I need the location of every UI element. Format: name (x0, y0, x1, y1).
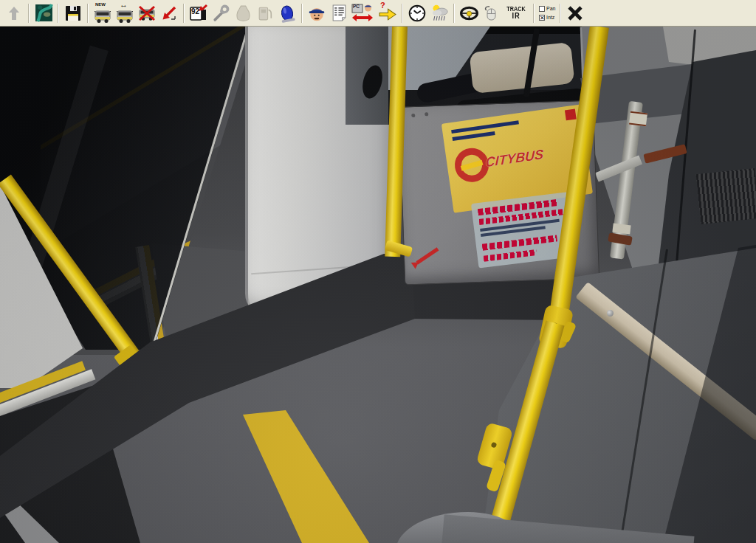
checkbox-2[interactable]: ✕ (539, 15, 545, 21)
separator (402, 4, 403, 23)
steering-wheel-icon (459, 4, 479, 22)
weather-icon (430, 3, 450, 23)
grip-tape-step (696, 168, 756, 224)
assign-line-button[interactable]: 92 (188, 3, 209, 24)
up-arrow-icon (5, 4, 23, 22)
beacon-button[interactable] (277, 3, 298, 24)
label-red-text-row (484, 249, 537, 262)
jump-anywhere-button[interactable]: ? (376, 3, 398, 24)
mouse-icon (482, 4, 500, 23)
main-toolbar: NEW ↔ 92 (0, 0, 756, 27)
red-arrow-mark (416, 247, 439, 264)
map-button[interactable] (33, 3, 54, 24)
save-situation-button[interactable] (63, 3, 83, 24)
separator (533, 4, 535, 23)
wrench-icon (212, 4, 230, 22)
new-vehicle-button[interactable]: NEW (92, 3, 113, 24)
label-red-text-row (482, 235, 557, 250)
sticker-red-square (565, 109, 577, 121)
ai-control-button[interactable]: PC (351, 3, 374, 24)
door-bar-screw (607, 310, 614, 317)
sticker-text-line (451, 120, 519, 134)
fuel-pump-icon (256, 4, 275, 22)
separator (453, 4, 455, 23)
bus-icon (93, 7, 112, 24)
app-window: NEW ↔ 92 (0, 0, 756, 543)
pc-label: PC (353, 4, 360, 9)
change-vehicle-button[interactable]: ↔ (114, 3, 135, 24)
clamp-hole (491, 442, 498, 449)
line-number-label: 92 (191, 7, 199, 15)
clock-icon (408, 4, 427, 23)
trackir-options: Pan ✕ Intz (539, 5, 555, 21)
panel-screw (425, 112, 428, 116)
money-button[interactable] (233, 3, 253, 24)
game-viewport[interactable]: CITYBUS (0, 27, 756, 543)
money-bag-icon (234, 4, 252, 22)
driver-face-icon (307, 4, 326, 23)
checkbox-1[interactable] (539, 6, 545, 12)
red-jump-arrow-icon (160, 4, 178, 22)
separator (560, 4, 561, 23)
cab-tray (469, 42, 574, 94)
steering-settings-button[interactable] (458, 3, 479, 24)
checkbox-row-1[interactable]: Pan (539, 5, 555, 13)
map-icon (35, 4, 53, 22)
repair-button[interactable] (210, 3, 231, 24)
panel-screw (411, 114, 415, 117)
set-weather-button[interactable] (429, 3, 450, 24)
track-ir-button[interactable]: TRACK IR (505, 3, 528, 24)
driver-view-button[interactable] (306, 3, 327, 24)
bus-delete-icon (137, 4, 157, 22)
jump-to-vehicle-button[interactable] (159, 3, 179, 24)
schedule-list-icon (330, 4, 348, 22)
close-x-icon (566, 4, 584, 22)
timetable-button[interactable] (329, 3, 349, 24)
checkbox-2-label: Intz (546, 15, 554, 20)
refuel-button[interactable] (255, 3, 275, 24)
main-menu-button[interactable] (4, 3, 24, 24)
question-mark-label: ? (380, 1, 385, 10)
set-time-button[interactable] (407, 3, 427, 24)
citybus-wordmark: CITYBUS (485, 147, 543, 170)
trackir-label-bottom: IR (512, 12, 520, 20)
pipe-collar (629, 111, 647, 127)
checkbox-row-2[interactable]: ✕ Intz (539, 14, 555, 21)
floppy-disk-icon (64, 4, 82, 22)
separator (58, 4, 59, 23)
exit-button[interactable] (565, 3, 585, 24)
blue-beacon-icon (277, 2, 298, 24)
checkbox-1-label: Pan (546, 6, 555, 11)
separator (183, 4, 185, 23)
sticker-text-line (453, 131, 495, 141)
separator (87, 4, 89, 23)
bus-icon (115, 7, 134, 24)
swap-arrows: ↔ (120, 0, 128, 9)
remove-vehicle-button[interactable] (137, 3, 157, 24)
mouse-control-button[interactable] (481, 3, 501, 24)
new-badge: NEW (95, 2, 106, 7)
separator (28, 4, 30, 23)
separator (301, 4, 303, 23)
